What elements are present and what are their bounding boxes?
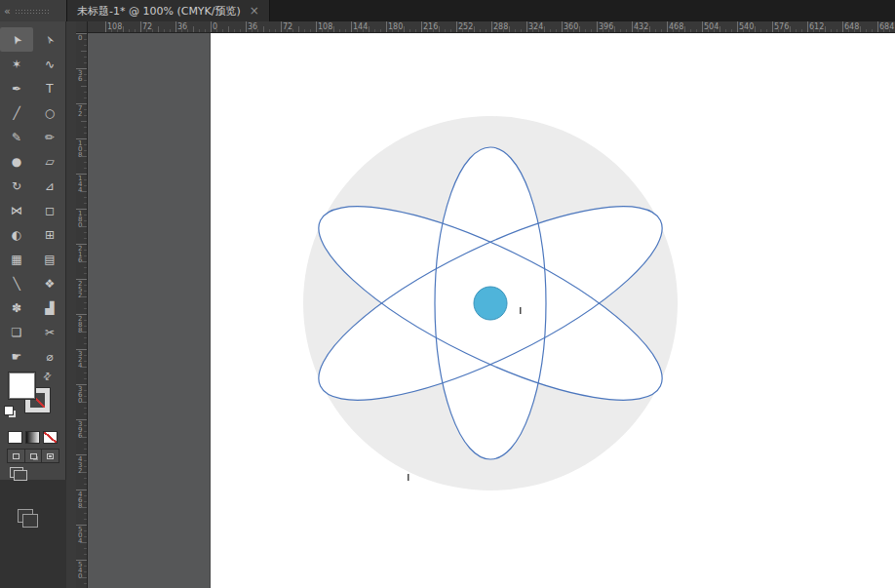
ruler-label: 360 [564, 22, 578, 31]
ruler-subtick [84, 431, 87, 432]
close-tab-icon[interactable]: × [250, 4, 259, 18]
perspective-grid-tool[interactable]: ⊞ [33, 222, 66, 247]
ruler-subtick [725, 29, 726, 32]
ruler-subtick [404, 26, 405, 32]
hand-tool[interactable]: ☛ [0, 344, 33, 369]
ruler-subtick [216, 29, 217, 32]
ruler-subtick [269, 29, 270, 32]
ruler-label: 432 [634, 22, 648, 31]
vertical-ruler[interactable]: 03 67 21 0 81 4 41 8 02 1 62 5 22 8 83 2… [76, 33, 88, 588]
fill-swatch[interactable] [9, 372, 35, 399]
swap-fill-stroke-icon[interactable]: ⇄ [40, 370, 54, 383]
ruler-subtick [84, 466, 87, 467]
ruler-subtick [643, 29, 644, 32]
ruler-subtick [84, 238, 87, 239]
color-button[interactable] [8, 431, 22, 444]
shape-builder-tool[interactable]: ◐ [0, 222, 33, 247]
ruler-subtick [497, 29, 498, 32]
paintbrush-tool[interactable]: ✎ [0, 125, 33, 149]
ruler-tick [491, 21, 492, 32]
ruler-subtick [427, 29, 428, 32]
zoom-tool[interactable]: ⌀ [33, 344, 66, 369]
selection-tool-icon: ➤ [9, 32, 23, 47]
ruler-subtick [369, 26, 370, 32]
ruler-subtick [84, 478, 87, 479]
gradient-tool-icon: ▤ [44, 254, 55, 265]
ruler-subtick [439, 26, 440, 32]
slice-tool[interactable]: ✂ [33, 320, 66, 344]
ruler-subtick [872, 29, 873, 32]
symbol-sprayer-tool[interactable]: ✽ [0, 295, 33, 320]
ruler-subtick [415, 29, 416, 32]
screen-mode-button[interactable] [10, 467, 25, 479]
ruler-label: 468 [669, 22, 683, 31]
ruler-subtick [252, 29, 253, 32]
free-transform-tool[interactable]: ◻ [33, 198, 66, 222]
ruler-label: 504 [704, 22, 719, 31]
ruler-subtick [567, 29, 568, 32]
width-tool[interactable]: ⋈ [0, 198, 33, 222]
pen-tool[interactable]: ✒ [0, 76, 33, 100]
horizontal-ruler[interactable]: 1087236036721081441802162522883243603964… [88, 21, 895, 33]
ruler-subtick [538, 29, 539, 32]
ruler-subtick [84, 519, 87, 520]
panel-grip-handle[interactable] [15, 9, 50, 14]
direct-selection-tool[interactable]: ➢ [33, 27, 66, 52]
ruler-subtick [81, 332, 87, 333]
ruler-subtick [579, 26, 580, 32]
ruler-label: 36 [248, 22, 257, 31]
default-fill-stroke-icon[interactable] [4, 406, 18, 419]
selection-tool[interactable]: ➤ [0, 27, 33, 52]
ruler-subtick [573, 29, 574, 32]
nucleus-circle[interactable] [474, 287, 507, 320]
ruler-tick [456, 21, 457, 32]
width-tool-icon: ⋈ [11, 205, 22, 216]
ruler-subtick [468, 29, 469, 32]
document-tab[interactable]: 未标题-1* @ 100% (CMYK/预览) × [66, 0, 270, 21]
collapse-panel-icon[interactable]: « [4, 6, 11, 17]
lasso-tool[interactable]: ∿ [33, 52, 66, 76]
ruler-label: 0 [78, 35, 82, 41]
lasso-tool-icon: ∿ [45, 59, 55, 70]
ruler-subtick [84, 168, 87, 169]
blob-brush-tool[interactable]: ● [0, 149, 33, 174]
blend-tool[interactable]: ❖ [33, 271, 66, 295]
none-slash-icon [44, 432, 57, 443]
type-tool[interactable]: T [33, 76, 66, 100]
magic-wand-tool[interactable]: ✶ [0, 52, 33, 76]
gradient-button[interactable] [25, 431, 40, 444]
ruler-subtick [84, 372, 87, 373]
ruler-subtick [81, 51, 87, 52]
scale-tool[interactable]: ⊿ [33, 174, 66, 198]
ruler-subtick [81, 402, 87, 403]
draw-behind-button[interactable] [25, 449, 43, 463]
shape-builder-tool-icon: ◐ [12, 229, 21, 241]
artboard-tool[interactable]: ❏ [0, 320, 33, 344]
ruler-tick [386, 21, 387, 32]
ruler-tick [632, 21, 633, 32]
draw-normal-icon [13, 453, 19, 459]
line-segment-tool[interactable]: ╱ [0, 100, 33, 125]
collapsed-panels-icon[interactable] [18, 509, 39, 529]
none-button[interactable] [43, 431, 58, 444]
ruler-corner[interactable] [76, 21, 88, 33]
pencil-tool[interactable]: ✏ [33, 125, 66, 149]
ruler-subtick [228, 26, 229, 32]
gradient-tool[interactable]: ▤ [33, 247, 66, 271]
draw-normal-button[interactable] [7, 449, 25, 463]
artwork-svg[interactable] [88, 33, 895, 588]
ruler-subtick [222, 29, 223, 32]
ruler-tick [772, 21, 773, 32]
ruler-tick [562, 21, 563, 32]
ellipse-tool[interactable]: ○ [33, 100, 66, 125]
draw-inside-button[interactable] [42, 449, 59, 463]
column-graph-tool[interactable]: ▟ [33, 295, 66, 320]
mesh-tool[interactable]: ▦ [0, 247, 33, 271]
document-title: 未标题-1* @ 100% (CMYK/预览) [77, 4, 241, 19]
free-transform-tool-icon: ◻ [45, 205, 55, 216]
eraser-tool[interactable]: ▱ [33, 149, 66, 174]
canvas[interactable] [88, 33, 895, 588]
rotate-tool[interactable]: ↻ [0, 174, 33, 198]
ruler-subtick [81, 472, 87, 473]
eyedropper-tool[interactable]: ╲ [0, 271, 33, 295]
